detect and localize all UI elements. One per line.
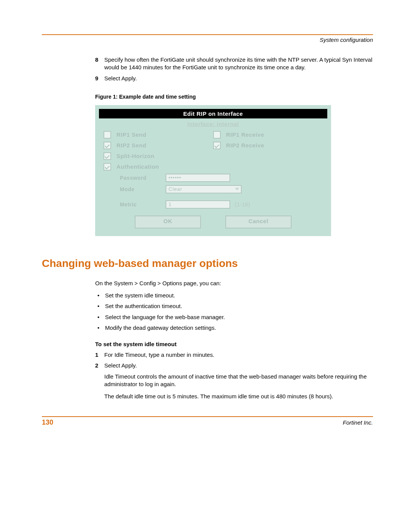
figure-screenshot: Edit RIP on Interface Interface: interna…	[95, 105, 331, 236]
intro-text: On the System > Config > Options page, y…	[95, 280, 373, 287]
cancel-button[interactable]: Cancel	[225, 216, 292, 228]
password-label: Password	[120, 175, 166, 181]
step-2: 2 Select Apply.	[95, 362, 373, 369]
step-num: 9	[95, 75, 104, 82]
checkbox-label: Split-Horizon	[116, 153, 155, 159]
dialog-title: Edit RIP on Interface	[99, 109, 327, 118]
step-text: Select Apply.	[104, 362, 373, 369]
checkbox-label: RIP2 Send	[116, 142, 147, 149]
step-8: 8 Specify how often the FortiGate unit s…	[95, 56, 373, 72]
footer-company: Fortinet Inc.	[343, 419, 373, 426]
after-para-2: The default idle time out is 5 minutes. …	[104, 393, 373, 400]
checkbox-label: RIP2 Receive	[226, 142, 264, 149]
dialog-subtitle: Interface: internal	[99, 118, 327, 129]
checkbox-label: RIP1 Receive	[226, 131, 264, 138]
step-text: Select Apply.	[104, 75, 373, 82]
step-9: 9 Select Apply.	[95, 75, 373, 82]
password-field[interactable]	[166, 174, 230, 182]
top-rule	[42, 34, 373, 35]
checkbox-authentication[interactable]	[104, 163, 111, 171]
page-number: 130	[42, 419, 53, 427]
checkbox-rip1-send[interactable]	[104, 131, 111, 139]
mode-label: Mode	[120, 186, 166, 192]
checkbox-rip1-receive[interactable]	[213, 131, 221, 139]
checkbox-rip2-send[interactable]	[104, 142, 111, 149]
checkbox-split-horizon[interactable]	[104, 152, 111, 160]
checkbox-rip2-receive[interactable]	[213, 142, 221, 149]
step-num: 2	[95, 362, 104, 369]
bullet-item: Set the system idle timeout.	[95, 292, 373, 299]
step-num: 1	[95, 351, 104, 359]
section-heading: Changing web-based manager options	[42, 257, 373, 270]
figure-caption: Figure 1: Example date and time setting	[95, 94, 373, 100]
checkbox-label: Authentication	[116, 163, 159, 170]
metric-field[interactable]	[166, 200, 230, 209]
bullet-item: Modify the dead gateway detection settin…	[95, 324, 373, 332]
ok-button[interactable]: OK	[135, 216, 201, 228]
bullet-item: Select the language for the web-base man…	[95, 313, 373, 321]
step-text: Specify how often the FortiGate unit sho…	[104, 56, 373, 72]
bullet-item: Set the authentication timeout.	[95, 302, 373, 310]
after-para-1: Idle Timeout controls the amount of inac…	[104, 373, 373, 388]
step-num: 8	[95, 56, 104, 64]
metric-hint: (1-16)	[235, 201, 250, 208]
checkbox-label: RIP1 Send	[116, 131, 147, 138]
step-text: For Idle Timeout, type a number in minut…	[104, 351, 373, 359]
metric-label: Metric	[120, 201, 166, 208]
subheading: To set the system idle timeout	[95, 341, 373, 347]
step-1: 1 For Idle Timeout, type a number in min…	[95, 351, 373, 359]
bottom-rule	[42, 416, 373, 417]
header-section-label: System configuration	[42, 37, 373, 43]
mode-select[interactable]	[166, 185, 242, 193]
